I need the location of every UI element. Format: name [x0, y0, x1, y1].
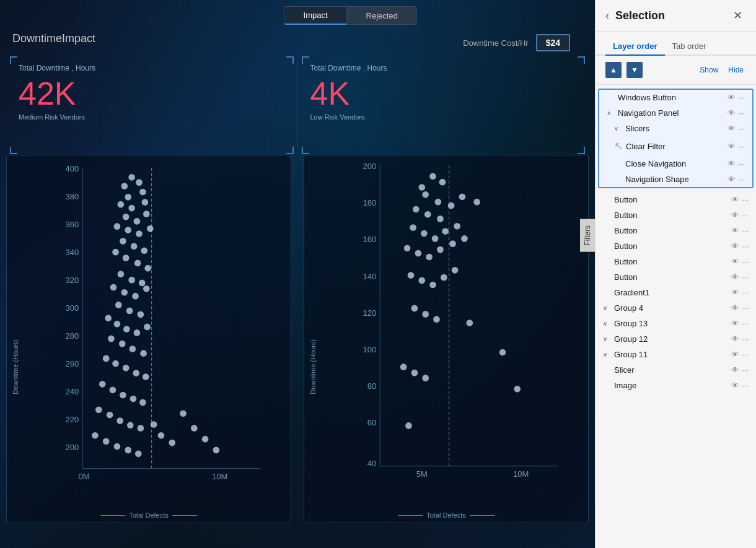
layer-item-group-4[interactable]: ∨ Group 4 👁 ··· [596, 300, 756, 316]
svg-point-102 [424, 211, 431, 218]
more-icon-clear-filter[interactable]: ··· [738, 142, 745, 151]
layer-item-close-navigation[interactable]: Close Navigation 👁 ··· [599, 156, 752, 172]
more-icon-button-6[interactable]: ··· [742, 272, 749, 282]
eye-icon-button-5[interactable]: 👁 [731, 257, 739, 266]
eye-icon-nav-shape[interactable]: 👁 [727, 175, 736, 184]
svg-point-80 [202, 436, 209, 443]
layer-item-button-1[interactable]: Button 👁 ··· [596, 192, 756, 207]
svg-point-128 [422, 375, 429, 381]
eye-icon-button-3[interactable]: 👁 [731, 226, 739, 235]
layer-item-group-13[interactable]: ∨ Group 13 👁 ··· [596, 316, 756, 331]
more-icon-nav-panel[interactable]: ··· [738, 108, 745, 118]
collapse-icon-nav-panel[interactable]: ∧ [607, 110, 615, 116]
show-all-button[interactable]: Show [697, 64, 721, 76]
more-icon-image[interactable]: ··· [742, 381, 749, 390]
more-icon-gradient1[interactable]: ··· [742, 288, 749, 297]
layer-item-button-6[interactable]: Button 👁 ··· [596, 269, 756, 285]
layer-name-group-11: Group 11 [614, 350, 731, 359]
metric-card-2: Total Downtime , Hours 4K Low Risk Vendo… [298, 53, 589, 158]
layer-item-slicer[interactable]: Slicer 👁 ··· [596, 362, 756, 378]
layer-item-slicers[interactable]: ∨ Slicers 👁 ··· [599, 121, 752, 136]
svg-point-37 [128, 277, 135, 284]
eye-icon-slicer[interactable]: 👁 [731, 365, 739, 375]
layer-item-group-11[interactable]: ∨ Group 11 👁 ··· [596, 347, 756, 362]
svg-point-48 [123, 326, 130, 333]
eye-icon-close-nav[interactable]: 👁 [727, 159, 736, 168]
move-up-button[interactable]: ▲ [605, 62, 622, 78]
svg-point-15 [128, 174, 135, 181]
more-icon-group-12[interactable]: ··· [742, 334, 749, 344]
back-button[interactable]: ‹ [605, 9, 609, 22]
eye-icon-button-2[interactable]: 👁 [731, 211, 739, 220]
more-icon-nav-shape[interactable]: ··· [738, 175, 745, 184]
eye-icon-group-11[interactable]: 👁 [731, 350, 739, 359]
svg-point-123 [411, 305, 418, 312]
chart-1-footer: Total Defects [100, 511, 197, 519]
close-selection-button[interactable]: ✕ [729, 7, 746, 24]
more-icon-button-5[interactable]: ··· [742, 257, 749, 266]
layer-list: Windows Button 👁 ··· ∧ Navigation Panel … [596, 85, 756, 548]
tab-tab-order[interactable]: Tab order [665, 38, 714, 56]
more-icon-button-3[interactable]: ··· [742, 226, 749, 235]
more-icon-close-nav[interactable]: ··· [738, 159, 745, 168]
svg-point-54 [140, 350, 147, 357]
collapse-icon-slicers[interactable]: ∨ [614, 125, 623, 132]
svg-text:200: 200 [363, 162, 377, 171]
svg-text:240: 240 [66, 387, 79, 396]
layer-item-button-4[interactable]: Button 👁 ··· [596, 238, 756, 254]
more-icon-group-11[interactable]: ··· [742, 350, 749, 359]
layer-item-group-12[interactable]: ∨ Group 12 👁 ··· [596, 331, 756, 347]
svg-point-73 [125, 447, 131, 454]
svg-point-131 [499, 349, 506, 356]
cost-section: Downtime Cost/Hr $24 [463, 34, 570, 51]
tab-rejected[interactable]: Rejected [347, 6, 417, 25]
move-down-button[interactable]: ▼ [626, 62, 643, 78]
filters-tab[interactable]: Filters [580, 219, 595, 252]
eye-icon-button-4[interactable]: 👁 [731, 241, 739, 251]
eye-icon-slicers[interactable]: 👁 [727, 124, 736, 133]
svg-point-115 [449, 240, 456, 247]
eye-icon-group-13[interactable]: 👁 [731, 319, 739, 328]
svg-point-55 [103, 355, 110, 362]
layer-item-button-3[interactable]: Button 👁 ··· [596, 223, 756, 238]
tab-impact[interactable]: Impact [284, 6, 347, 25]
layer-item-clear-filter[interactable]: ↖ Clear Filter 👁 ··· [599, 136, 752, 156]
more-icon-slicers[interactable]: ··· [738, 124, 745, 133]
svg-point-113 [426, 254, 433, 261]
svg-point-62 [120, 392, 126, 399]
svg-point-46 [105, 315, 112, 321]
layer-item-navigation-shape[interactable]: Navigation Shape 👁 ··· [599, 172, 752, 187]
layer-name-close-navigation: Close Navigation [625, 159, 727, 168]
eye-icon-gradient1[interactable]: 👁 [731, 288, 739, 297]
eye-icon-clear-filter[interactable]: 👁 [727, 142, 736, 151]
eye-icon-group-12[interactable]: 👁 [731, 334, 739, 344]
more-icon-windows-button[interactable]: ··· [738, 93, 745, 102]
more-icon-button-4[interactable]: ··· [742, 241, 749, 251]
metric-1-label: Total Downtime , Hours [19, 64, 285, 72]
eye-icon-button-6[interactable]: 👁 [731, 272, 739, 282]
expand-placeholder-close-nav [614, 160, 623, 167]
layer-item-image[interactable]: Image 👁 ··· [596, 378, 756, 393]
layer-item-windows-button[interactable]: Windows Button 👁 ··· [599, 90, 752, 105]
tab-layer-order[interactable]: Layer order [605, 38, 665, 56]
eye-icon-nav-panel[interactable]: 👁 [727, 108, 736, 118]
layer-name-windows-button: Windows Button [618, 93, 727, 102]
more-icon-slicer[interactable]: ··· [742, 365, 749, 375]
eye-icon-windows-button[interactable]: 👁 [727, 93, 736, 102]
more-icon-button-1[interactable]: ··· [742, 195, 749, 204]
layer-item-button-2[interactable]: Button 👁 ··· [596, 207, 756, 223]
layer-item-navigation-panel[interactable]: ∧ Navigation Panel 👁 ··· [599, 105, 752, 121]
layer-item-gradient1[interactable]: Gradient1 👁 ··· [596, 285, 756, 300]
svg-point-21 [142, 199, 149, 206]
eye-icon-button-1[interactable]: 👁 [731, 195, 739, 204]
more-icon-group-4[interactable]: ··· [742, 303, 749, 313]
more-icon-button-2[interactable]: ··· [742, 211, 749, 220]
layer-item-button-5[interactable]: Button 👁 ··· [596, 254, 756, 269]
eye-icon-image[interactable]: 👁 [731, 381, 739, 390]
svg-point-25 [114, 223, 121, 230]
more-icon-group-13[interactable]: ··· [742, 319, 749, 328]
eye-icon-group-4[interactable]: 👁 [731, 303, 739, 313]
svg-text:100: 100 [363, 345, 377, 354]
chart-2-footer: Total Defects [398, 511, 494, 519]
hide-all-button[interactable]: Hide [726, 64, 746, 76]
